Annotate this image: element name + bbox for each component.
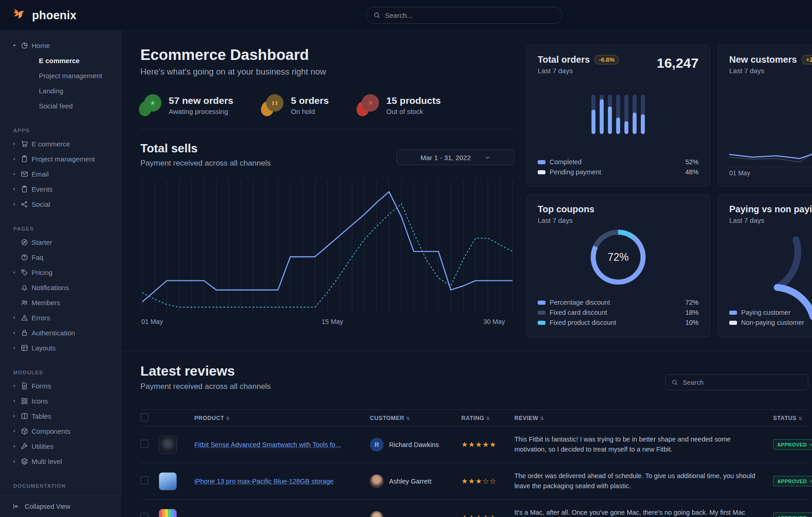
- layout-icon: [21, 344, 28, 352]
- sidebar-item-label: Errors: [32, 314, 50, 322]
- donut-center-value: 72%: [608, 251, 629, 264]
- sort-icon[interactable]: ⇅: [486, 416, 490, 421]
- sidebar-item-label: Landing: [39, 87, 63, 95]
- collapsed-view-label: Collapsed View: [25, 503, 70, 510]
- stacked-bar: [608, 95, 612, 134]
- reviews-search[interactable]: [665, 374, 808, 390]
- rating-stars: ★★★☆☆: [461, 477, 497, 485]
- sidebar-item-label: Forms: [32, 382, 51, 390]
- date-range-select[interactable]: Mar 1 - 31, 2022: [396, 150, 514, 165]
- sidebar-item-faq[interactable]: Faq: [0, 250, 121, 265]
- card-title: Top coupons: [538, 204, 594, 215]
- sort-icon[interactable]: ⇅: [406, 416, 410, 421]
- bell-icon: [21, 284, 28, 291]
- sidebar-item-errors[interactable]: Errors: [0, 310, 121, 325]
- sidebar-item-social[interactable]: Social: [0, 197, 121, 212]
- sidebar-item-e-commerce[interactable]: E commerce: [0, 136, 121, 151]
- sidebar-item-email[interactable]: Email: [0, 167, 121, 182]
- select-all-checkbox[interactable]: [140, 413, 149, 421]
- grid-icon: [21, 397, 28, 405]
- sidebar-item-tables[interactable]: Tables: [0, 409, 121, 424]
- sidebar-item-label: Layouts: [32, 344, 56, 352]
- sidebar-item-events[interactable]: Events: [0, 182, 121, 197]
- sidebar-item-social-feed[interactable]: Social feed: [0, 98, 121, 113]
- column-header[interactable]: STATUS: [773, 415, 796, 421]
- caret-right-icon: [12, 414, 17, 418]
- check-icon: ✓: [809, 478, 812, 484]
- caret-right-icon: [12, 187, 17, 191]
- sort-icon[interactable]: ⇅: [798, 416, 802, 421]
- sidebar-item-starter[interactable]: Starter: [0, 235, 121, 250]
- row-checkbox[interactable]: [140, 440, 149, 448]
- sidebar-item-label: Events: [32, 185, 53, 193]
- phoenix-logo[interactable]: phoenix: [12, 8, 76, 22]
- caret-right-icon: [12, 429, 17, 433]
- columns-icon: [21, 412, 28, 420]
- stat-caption: Out of stock: [386, 108, 441, 115]
- clipboard-icon: [21, 185, 28, 193]
- pause-badge-icon: ❚❚: [262, 94, 283, 116]
- stacked-bar: [625, 95, 629, 134]
- column-header[interactable]: CUSTOMER: [370, 415, 404, 421]
- stat-2: ❚❚5 ordersOn hold: [262, 94, 329, 116]
- sidebar-item-notifications[interactable]: Notifications: [0, 280, 121, 295]
- global-search-input[interactable]: [385, 11, 555, 19]
- global-search[interactable]: [366, 7, 562, 24]
- cart-icon: [21, 140, 28, 148]
- file-icon: [21, 382, 28, 390]
- reviews-subtitle: Payment received across all channels: [140, 382, 271, 391]
- envelope-icon: [21, 170, 28, 178]
- stat-value: 5 orders: [291, 95, 329, 106]
- sidebar-item-members[interactable]: Members: [0, 295, 121, 310]
- row-checkbox[interactable]: [140, 476, 149, 485]
- sidebar-item-project-management[interactable]: Project management: [0, 151, 121, 167]
- column-header[interactable]: REVIEW: [514, 415, 538, 421]
- legend-swatch: [729, 321, 737, 325]
- sidebar-item-e-commerce[interactable]: E commerce: [0, 53, 121, 68]
- orders-bar-chart: [592, 95, 645, 134]
- legend-swatch: [538, 160, 545, 164]
- compass-icon: [21, 238, 28, 246]
- column-header[interactable]: RATING: [461, 415, 484, 421]
- search-icon: [374, 12, 380, 19]
- sidebar-section-label: APPS: [0, 124, 121, 136]
- sidebar-item-forms[interactable]: Forms: [0, 378, 121, 393]
- sidebar-item-project-management[interactable]: Project management: [0, 68, 121, 83]
- sidebar-item-components[interactable]: Components: [0, 424, 121, 439]
- column-header[interactable]: PRODUCT: [194, 415, 224, 421]
- sidebar-item-utilities[interactable]: Utilities: [0, 439, 121, 454]
- page-subtitle: Here's what's going on at your business …: [140, 67, 514, 77]
- sidebar-item-icons[interactable]: Icons: [0, 393, 121, 409]
- total-sells-chart: 01 May 15 May 30 May: [140, 177, 514, 327]
- legend-swatch: [538, 311, 545, 315]
- stacked-bar: [592, 95, 596, 134]
- sort-icon[interactable]: ⇅: [226, 416, 230, 421]
- sidebar-item-label: Authentication: [32, 329, 75, 337]
- total-sells-x-axis: 01 May 15 May 30 May: [140, 318, 514, 327]
- review-text: The order was delivered ahead of schedul…: [514, 471, 773, 491]
- product-link[interactable]: iPhone 13 pro max-Pacific Blue-128GB sto…: [194, 478, 334, 485]
- lock-icon: [21, 329, 28, 337]
- status-badge: APPROVED✓: [773, 512, 812, 517]
- product-link[interactable]: Fitbit Sense Advanced Smartwatch with To…: [194, 441, 341, 448]
- caret-right-icon: [12, 157, 17, 161]
- sidebar-item-authentication[interactable]: Authentication: [0, 325, 121, 340]
- sidebar-item-landing[interactable]: Landing: [0, 83, 121, 98]
- latest-reviews-section: Latest reviews Payment received across a…: [121, 351, 812, 517]
- row-checkbox[interactable]: [140, 513, 149, 517]
- page-title: Ecommerce Dashboard: [140, 46, 514, 64]
- sidebar-item-multi-level[interactable]: Multi level: [0, 454, 121, 469]
- card-total-orders: Total orders -6.8% Last 7 days 16,247 Co…: [526, 45, 710, 187]
- caret-right-icon: [12, 172, 17, 176]
- reviews-search-input[interactable]: [683, 379, 802, 386]
- sidebar-item-layouts[interactable]: Layouts: [0, 340, 121, 355]
- question-icon: [21, 253, 28, 261]
- avatar: [370, 511, 384, 517]
- sidebar-item-home[interactable]: Home: [0, 38, 121, 53]
- phoenix-logo-icon: [12, 8, 27, 22]
- legend-value: 18%: [685, 309, 699, 316]
- sidebar-section-label: MODULES: [0, 366, 121, 378]
- sidebar-item-pricing[interactable]: Pricing: [0, 265, 121, 280]
- collapsed-view-toggle[interactable]: Collapsed View: [0, 495, 121, 517]
- sort-icon[interactable]: ⇅: [540, 416, 544, 421]
